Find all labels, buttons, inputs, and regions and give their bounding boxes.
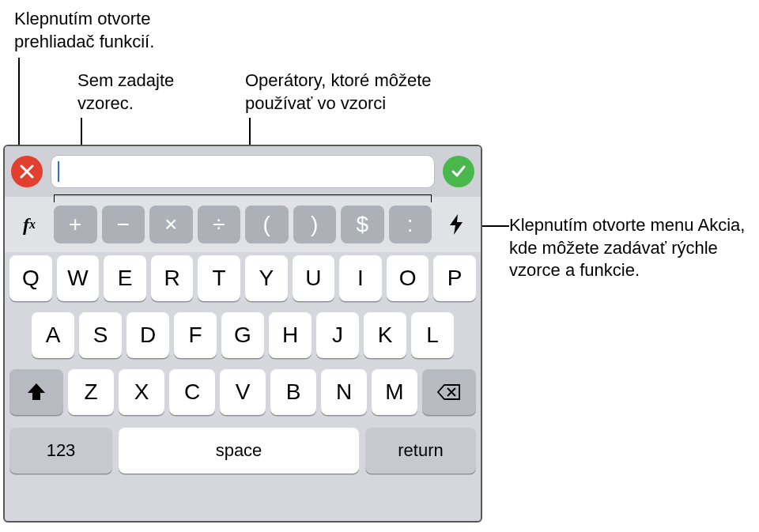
key-b[interactable]: B: [270, 369, 316, 415]
backspace-key[interactable]: [422, 369, 476, 415]
check-icon: [451, 164, 466, 179]
text-cursor: [58, 161, 59, 182]
key-u[interactable]: U: [293, 255, 335, 301]
operator-keys: +−×÷()$:: [54, 206, 432, 243]
key-f[interactable]: F: [174, 312, 217, 358]
key-e[interactable]: E: [104, 255, 146, 301]
key-h[interactable]: H: [269, 312, 312, 358]
fx-x: x: [29, 217, 36, 232]
key-y[interactable]: Y: [245, 255, 288, 301]
key-q[interactable]: Q: [9, 255, 52, 301]
key-z[interactable]: Z: [68, 369, 114, 415]
formula-input[interactable]: [51, 155, 435, 188]
cancel-button[interactable]: [11, 156, 43, 187]
key-j[interactable]: J: [316, 312, 359, 358]
key-w[interactable]: W: [57, 255, 100, 301]
key-m[interactable]: M: [372, 369, 417, 415]
shift-icon: [26, 382, 47, 402]
numbers-key[interactable]: 123: [9, 428, 112, 474]
operator-key-×[interactable]: ×: [149, 206, 193, 243]
return-key[interactable]: return: [365, 428, 476, 474]
callout-fx: Klepnutím otvorte prehliadač funkcií.: [14, 8, 212, 53]
fx-f: f: [23, 214, 29, 236]
operator-key-$[interactable]: $: [341, 206, 384, 243]
formula-keyboard-panel: fx +−×÷()$: QWERTYUIOP ASDFGHJKL ZXCVBNM: [3, 145, 482, 523]
key-a[interactable]: A: [32, 312, 74, 358]
key-d[interactable]: D: [126, 312, 169, 358]
key-row-3-letters: ZXCVBNM: [68, 369, 417, 415]
operator-key-)[interactable]: ): [293, 206, 337, 243]
bottom-row: 123 space return: [9, 426, 476, 474]
formula-bar: [5, 146, 481, 197]
key-v[interactable]: V: [220, 369, 266, 415]
keyboard-rows: QWERTYUIOP ASDFGHJKL ZXCVBNM 123 space r…: [5, 252, 481, 478]
key-t[interactable]: T: [198, 255, 240, 301]
key-r[interactable]: R: [151, 255, 194, 301]
key-g[interactable]: G: [221, 312, 264, 358]
operator-row: fx +−×÷()$:: [5, 197, 481, 252]
key-row-2: ASDFGHJKL: [9, 312, 476, 358]
key-n[interactable]: N: [321, 369, 367, 415]
operator-key-−[interactable]: −: [102, 206, 145, 243]
key-s[interactable]: S: [79, 312, 122, 358]
space-key[interactable]: space: [119, 428, 359, 474]
close-icon: [20, 164, 34, 179]
key-o[interactable]: O: [387, 255, 429, 301]
operator-key-÷[interactable]: ÷: [198, 206, 241, 243]
confirm-button[interactable]: [443, 156, 474, 187]
key-x[interactable]: X: [119, 369, 164, 415]
callout-action: Klepnutím otvorte menu Akcia, kde môžete…: [509, 214, 746, 282]
lightning-icon: [446, 213, 466, 236]
backspace-icon: [437, 383, 461, 401]
action-menu-button[interactable]: [436, 206, 476, 243]
key-i[interactable]: I: [339, 255, 382, 301]
key-row-3: ZXCVBNM: [9, 369, 476, 415]
key-row-1: QWERTYUIOP: [9, 255, 476, 301]
shift-key[interactable]: [9, 369, 63, 415]
callout-operators: Operátory, ktoré môžete používať vo vzor…: [245, 70, 466, 115]
key-l[interactable]: L: [411, 312, 454, 358]
operator-key-+[interactable]: +: [54, 206, 97, 243]
key-p[interactable]: P: [433, 255, 476, 301]
key-k[interactable]: K: [364, 312, 406, 358]
operator-key-([interactable]: (: [245, 206, 289, 243]
function-browser-button[interactable]: fx: [9, 206, 49, 243]
operator-key-:[interactable]: :: [389, 206, 432, 243]
key-c[interactable]: C: [169, 369, 215, 415]
callout-formula: Sem zadajte vzorec.: [77, 70, 220, 115]
